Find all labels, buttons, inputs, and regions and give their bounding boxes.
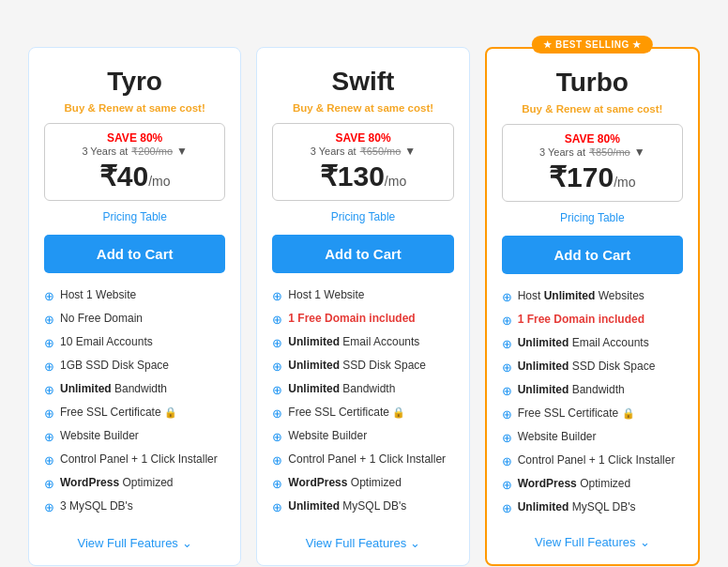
feature-text: WordPress Optimized xyxy=(518,477,631,490)
list-item: ⊕Free SSL Certificate 🔒 xyxy=(272,406,453,421)
dropdown-arrow-swift[interactable]: ▼ xyxy=(404,145,416,158)
check-circle-icon: ⊕ xyxy=(44,430,54,444)
list-item: ⊕WordPress Optimized xyxy=(272,476,453,491)
view-features-link-turbo[interactable]: View Full Features ⌄ xyxy=(502,535,683,549)
price-box-swift: SAVE 80%3 Years at ₹650/mo ▼₹130/mo xyxy=(272,123,453,201)
price-value-turbo: ₹170 xyxy=(549,161,614,192)
list-item: ⊕Host 1 Website xyxy=(44,288,225,303)
check-circle-icon: ⊕ xyxy=(502,407,512,421)
list-item: ⊕1GB SSD Disk Space xyxy=(44,359,225,374)
view-features-link-tyro[interactable]: View Full Features ⌄ xyxy=(44,536,225,550)
bold-text: Unlimited xyxy=(60,382,112,395)
feature-text: Control Panel + 1 Click Installer xyxy=(288,452,446,466)
chevron-down-icon: ⌄ xyxy=(410,536,420,550)
list-item: ⊕10 Email Accounts xyxy=(44,335,225,350)
list-item: ⊕Unlimited MySQL DB's xyxy=(272,499,453,514)
list-item: ⊕Unlimited MySQL DB's xyxy=(502,500,683,515)
view-features-link-swift[interactable]: View Full Features ⌄ xyxy=(272,536,453,550)
feature-text: Website Builder xyxy=(518,430,597,443)
feature-text: Host 1 Website xyxy=(288,288,364,301)
bold-text: Unlimited xyxy=(288,382,340,395)
main-price-swift: ₹130/mo xyxy=(282,160,443,192)
check-circle-icon: ⊕ xyxy=(44,500,54,514)
dropdown-arrow-turbo[interactable]: ▼ xyxy=(634,146,645,159)
list-item: ⊕Control Panel + 1 Click Installer xyxy=(502,453,683,468)
per-mo-tyro: /mo xyxy=(148,174,170,189)
main-price-turbo: ₹170/mo xyxy=(512,161,673,193)
best-selling-badge: ★ BEST SELLING ★ xyxy=(532,36,652,54)
bold-text: Unlimited xyxy=(544,289,596,302)
feature-text: 10 Email Accounts xyxy=(60,335,153,348)
original-price-swift: ₹650/mo xyxy=(360,146,402,158)
check-circle-icon: ⊕ xyxy=(502,501,512,515)
add-to-cart-button-tyro[interactable]: Add to Cart xyxy=(44,235,225,273)
lock-icon: 🔒 xyxy=(164,406,177,418)
save-label-swift: SAVE 80% xyxy=(282,131,443,145)
feature-text: 1 Free Domain included xyxy=(288,312,415,325)
features-list-tyro: ⊕Host 1 Website⊕No Free Domain⊕10 Email … xyxy=(44,288,225,525)
check-circle-icon: ⊕ xyxy=(44,289,54,303)
feature-text: 3 MySQL DB's xyxy=(60,499,133,513)
feature-text: Control Panel + 1 Click Installer xyxy=(60,452,218,466)
years-row-swift: 3 Years at ₹650/mo ▼ xyxy=(282,145,443,158)
pricing-table-link-swift[interactable]: Pricing Table xyxy=(272,210,453,223)
add-to-cart-button-turbo[interactable]: Add to Cart xyxy=(502,236,683,274)
feature-text: WordPress Optimized xyxy=(60,476,174,489)
add-to-cart-button-swift[interactable]: Add to Cart xyxy=(272,235,453,273)
list-item: ⊕Unlimited Bandwidth xyxy=(44,382,225,397)
buy-renew-swift: Buy & Renew at same cost! xyxy=(272,102,453,114)
check-circle-icon: ⊕ xyxy=(502,314,512,328)
years-row-tyro: 3 Years at ₹200/mo ▼ xyxy=(54,145,215,158)
feature-text: Host Unlimited Websites xyxy=(518,289,645,302)
check-circle-icon: ⊕ xyxy=(272,477,282,491)
plan-name-turbo: Turbo xyxy=(502,68,683,98)
list-item: ⊕Website Builder xyxy=(502,430,683,445)
list-item: ⊕No Free Domain xyxy=(44,312,225,327)
bold-text: WordPress xyxy=(288,476,347,489)
feature-text: Unlimited SSD Disk Space xyxy=(518,360,656,373)
check-circle-icon: ⊕ xyxy=(272,360,282,374)
bold-text: Unlimited xyxy=(518,336,569,349)
price-value-swift: ₹130 xyxy=(320,161,385,192)
check-circle-icon: ⊕ xyxy=(502,478,512,492)
pricing-table-link-turbo[interactable]: Pricing Table xyxy=(502,211,683,224)
check-circle-icon: ⊕ xyxy=(44,383,54,397)
buy-renew-tyro: Buy & Renew at same cost! xyxy=(44,102,225,114)
original-price-tyro: ₹200/mo xyxy=(131,146,173,158)
list-item: ⊕1 Free Domain included xyxy=(502,313,683,328)
plan-card-turbo: ★ BEST SELLING ★TurboBuy & Renew at same… xyxy=(485,47,700,566)
check-circle-icon: ⊕ xyxy=(272,313,282,327)
pricing-table-link-tyro[interactable]: Pricing Table xyxy=(44,210,225,223)
dropdown-arrow-tyro[interactable]: ▼ xyxy=(176,145,188,158)
bold-text: Unlimited xyxy=(518,383,569,396)
feature-text: Free SSL Certificate 🔒 xyxy=(518,406,635,420)
list-item: ⊕Free SSL Certificate 🔒 xyxy=(502,406,683,421)
bold-text: Unlimited xyxy=(288,335,340,348)
list-item: ⊕Unlimited Bandwidth xyxy=(272,382,453,397)
feature-text: Free SSL Certificate 🔒 xyxy=(288,406,405,419)
feature-text: Website Builder xyxy=(288,429,367,442)
plan-name-swift: Swift xyxy=(272,67,453,97)
check-circle-icon: ⊕ xyxy=(272,289,282,303)
feature-text: Free SSL Certificate 🔒 xyxy=(60,406,177,419)
pricing-container: TyroBuy & Renew at same cost!SAVE 80%3 Y… xyxy=(19,19,709,567)
list-item: ⊕Free SSL Certificate 🔒 xyxy=(44,406,225,421)
lock-icon: 🔒 xyxy=(622,407,635,419)
list-item: ⊕WordPress Optimized xyxy=(502,477,683,492)
feature-text: Unlimited SSD Disk Space xyxy=(288,359,426,372)
check-circle-icon: ⊕ xyxy=(44,360,54,374)
view-features-label: View Full Features xyxy=(77,536,177,550)
features-list-swift: ⊕Host 1 Website⊕1 Free Domain included⊕U… xyxy=(272,288,453,525)
check-circle-icon: ⊕ xyxy=(44,477,54,491)
lock-icon: 🔒 xyxy=(392,406,405,418)
check-circle-icon: ⊕ xyxy=(272,453,282,467)
list-item: ⊕Unlimited SSD Disk Space xyxy=(272,359,453,374)
feature-text: Website Builder xyxy=(60,429,139,442)
list-item: ⊕Website Builder xyxy=(272,429,453,444)
highlight-text: 1 Free Domain included xyxy=(518,313,645,326)
plan-card-swift: SwiftBuy & Renew at same cost!SAVE 80%3 … xyxy=(256,47,469,566)
plan-card-tyro: TyroBuy & Renew at same cost!SAVE 80%3 Y… xyxy=(28,47,241,566)
list-item: ⊕Unlimited SSD Disk Space xyxy=(502,360,683,375)
check-circle-icon: ⊕ xyxy=(502,360,512,375)
list-item: ⊕Control Panel + 1 Click Installer xyxy=(44,452,225,467)
